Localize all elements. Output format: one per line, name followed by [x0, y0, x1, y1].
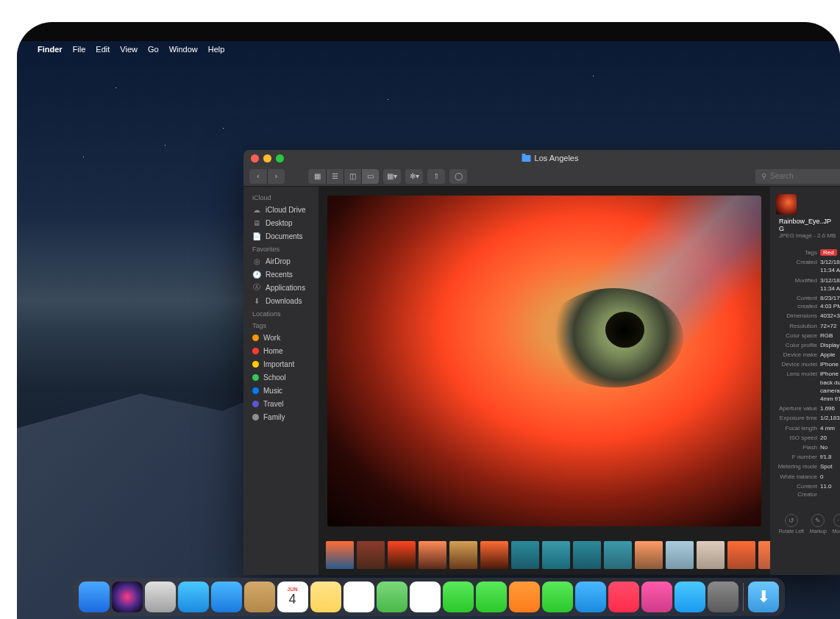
arrange-button[interactable]: ▦▾	[383, 169, 401, 184]
menu-help[interactable]: Help	[208, 45, 225, 54]
dock-maps[interactable]	[377, 582, 407, 612]
list-view-button[interactable]: ☰	[326, 169, 344, 184]
tag-dot-icon	[252, 401, 259, 407]
sidebar-header: Tags	[243, 319, 318, 331]
dock-mail[interactable]	[211, 582, 242, 612]
sidebar-item-airdrop[interactable]: ◎AirDrop	[243, 254, 318, 268]
metadata-row: Content Creator11.0	[776, 482, 840, 499]
dock-launchpad[interactable]	[145, 582, 176, 612]
sidebar-item-documents[interactable]: 📄Documents	[243, 229, 318, 243]
thumbnail[interactable]	[635, 541, 663, 569]
thumbnail[interactable]	[604, 541, 632, 569]
thumbnail[interactable]	[511, 541, 539, 569]
thumbnail[interactable]	[666, 541, 694, 569]
search-icon: ⚲	[761, 172, 766, 180]
metadata-value: f/1.8	[817, 453, 840, 461]
menu-file[interactable]: File	[73, 45, 86, 54]
tags-button[interactable]: ◯	[449, 169, 467, 184]
sidebar-item-family[interactable]: Family	[243, 410, 318, 423]
dock-contacts[interactable]	[244, 582, 275, 612]
dock-numbers[interactable]	[542, 582, 573, 612]
app-menu[interactable]: Finder	[38, 45, 63, 54]
thumbnail[interactable]	[758, 541, 770, 569]
sidebar-item-recents[interactable]: 🕐Recents	[243, 268, 318, 281]
dock-siri[interactable]	[112, 582, 143, 612]
thumbnail[interactable]	[326, 541, 354, 569]
tag-dot-icon	[252, 361, 259, 368]
dock-itunes[interactable]	[641, 582, 672, 612]
thumbnail[interactable]	[357, 541, 385, 569]
sidebar-item-work[interactable]: Work	[243, 331, 318, 344]
maximize-button[interactable]	[276, 154, 284, 162]
menu-edit[interactable]: Edit	[96, 45, 110, 54]
search-input[interactable]	[770, 172, 840, 180]
thumbnail[interactable]	[727, 541, 755, 569]
close-button[interactable]	[251, 154, 259, 162]
titlebar[interactable]: Los Angeles	[243, 150, 840, 166]
apps-icon: Ⓐ	[252, 283, 261, 292]
action-label: Rotate Left	[779, 529, 804, 534]
sidebar-item-music[interactable]: Music	[243, 384, 318, 397]
tag-badge[interactable]: Red	[820, 249, 837, 256]
sidebar-item-label: Desktop	[266, 219, 293, 227]
menu-go[interactable]: Go	[148, 45, 159, 54]
sidebar-item-important[interactable]: Important	[243, 357, 318, 371]
dock-notes[interactable]	[310, 582, 341, 612]
dock-messages[interactable]	[443, 582, 474, 612]
metadata-value: 4032×3024	[817, 312, 840, 320]
gallery-view-button[interactable]: ▭	[361, 169, 379, 184]
dock-calendar[interactable]: JUN4	[277, 582, 308, 612]
sidebar-item-label: Recents	[266, 271, 293, 279]
metadata-value: 72×72	[817, 322, 840, 330]
finder-window: Los Angeles ‹ › ▦ ☰ ◫ ▭ ▦▾ ✻▾ ⇧	[243, 150, 840, 575]
share-button[interactable]: ⇧	[427, 169, 445, 184]
thumbnail[interactable]	[697, 541, 725, 569]
action-rotate-left[interactable]: ↺Rotate Left	[779, 514, 804, 534]
metadata-value: iPhone X	[817, 360, 840, 368]
sidebar-item-desktop[interactable]: 🖥Desktop	[243, 216, 318, 229]
thumbnail[interactable]	[388, 541, 416, 569]
dock-pages[interactable]	[509, 582, 540, 612]
dock-news[interactable]	[608, 582, 639, 612]
icon-view-button[interactable]: ▦	[308, 169, 326, 184]
preview-image[interactable]	[327, 196, 761, 526]
action-label: Markup	[810, 529, 827, 534]
sidebar-item-travel[interactable]: Travel	[243, 397, 318, 410]
menu-view[interactable]: View	[120, 45, 138, 54]
thumbnail[interactable]	[542, 541, 570, 569]
action-markup[interactable]: ✎Markup	[810, 514, 827, 534]
clock-icon: 🕐	[252, 270, 261, 279]
dock-finder[interactable]	[79, 582, 110, 612]
sidebar-item-icloud-drive[interactable]: ☁iCloud Drive	[243, 203, 318, 216]
sidebar-item-home[interactable]: Home	[243, 344, 318, 357]
dock-appstore[interactable]	[675, 582, 705, 612]
action-button[interactable]: ✻▾	[405, 169, 423, 184]
search-box[interactable]: ⚲	[755, 169, 840, 184]
dock-preferences[interactable]	[708, 582, 738, 612]
thumbnail[interactable]	[573, 541, 601, 569]
thumbnail[interactable]	[419, 541, 446, 569]
tag-dot-icon	[252, 374, 259, 381]
column-view-button[interactable]: ◫	[344, 169, 361, 184]
sidebar-item-applications[interactable]: ⒶApplications	[243, 281, 318, 294]
back-button[interactable]: ‹	[249, 169, 267, 184]
metadata-row: Color spaceRGB	[776, 331, 840, 340]
minimize-button[interactable]	[263, 154, 271, 162]
sidebar-item-school[interactable]: School	[243, 371, 318, 384]
sidebar-item-downloads[interactable]: ⬇Downloads	[243, 294, 318, 307]
metadata-row: Resolution72×72	[776, 321, 840, 331]
sidebar-item-label: Music	[263, 387, 282, 395]
dock-photos[interactable]	[410, 582, 441, 612]
dock-safari[interactable]	[178, 582, 209, 612]
dock-keynote[interactable]	[575, 582, 606, 612]
metadata-value: 11.0	[817, 482, 840, 498]
thumbnail[interactable]	[480, 541, 508, 569]
dock-downloads[interactable]: ⬇	[748, 582, 779, 612]
action-more---[interactable]: ⋯More...	[832, 514, 840, 534]
menu-window[interactable]: Window	[169, 45, 198, 54]
metadata-value: 1/2,183	[817, 414, 840, 422]
dock-facetime[interactable]	[476, 582, 507, 612]
thumbnail[interactable]	[449, 541, 477, 569]
forward-button[interactable]: ›	[267, 169, 285, 184]
dock-reminders[interactable]	[344, 582, 374, 612]
